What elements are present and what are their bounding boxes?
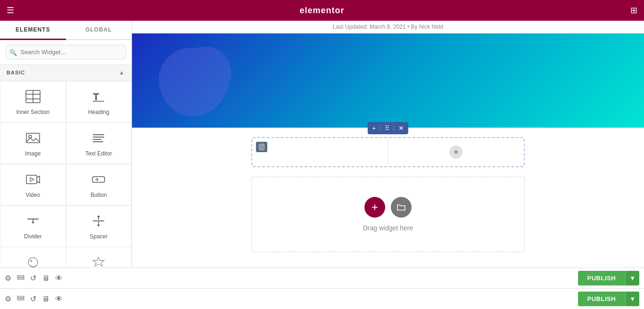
undo-icon-1[interactable]: ↺ — [30, 274, 36, 283]
search-input[interactable] — [6, 45, 126, 59]
drag-add-button[interactable]: + — [364, 197, 385, 218]
widget-video[interactable]: Video — [0, 164, 66, 205]
gear-icon-1[interactable]: ⚙ — [5, 274, 11, 283]
video-icon — [25, 173, 41, 188]
eye-icon-2[interactable]: 👁 — [55, 295, 63, 303]
widget-spacer[interactable]: Spacer — [66, 205, 132, 247]
publish-arrow-2[interactable]: ▼ — [625, 292, 639, 306]
icon1-icon — [25, 256, 41, 268]
desktop-icon-1[interactable]: 🖥 — [42, 274, 50, 283]
tab-elements[interactable]: ELEMENTS — [0, 21, 66, 40]
drag-widget-label: Drag widget here — [363, 224, 413, 232]
sidebar-tabs: ELEMENTS GLOBAL — [0, 21, 132, 40]
content-section: + ⠿ ✕ — [132, 128, 644, 268]
widgets-grid: Inner Section T Heading — [0, 81, 132, 268]
widget-heading-label: Heading — [88, 109, 109, 115]
hero-section — [132, 33, 644, 128]
inner-section-widget: + — [251, 137, 525, 167]
heading-icon: T — [91, 90, 106, 105]
col-add-button[interactable]: + — [449, 146, 462, 159]
inner-section-content: + — [252, 138, 524, 166]
svg-marker-18 — [32, 222, 34, 224]
gear-icon-2[interactable]: ⚙ — [5, 294, 11, 303]
bottom-bar-1: ⚙ ↺ 🖥 👁 PUBLISH ▼ — [0, 268, 644, 288]
svg-rect-31 — [17, 278, 24, 279]
widget-divider-label: Divider — [24, 233, 41, 240]
app-title: elementor — [299, 6, 344, 16]
svg-marker-23 — [97, 225, 100, 227]
inner-section-icon — [25, 90, 41, 105]
publish-wrapper-1: PUBLISH ▼ — [578, 271, 639, 285]
bottom-bar-icons-1: ⚙ ↺ 🖥 👁 — [5, 274, 63, 283]
svg-rect-32 — [17, 296, 24, 298]
toolbar-divider — [380, 125, 380, 131]
tab-global[interactable]: GLOBAL — [66, 21, 132, 39]
divider-icon — [25, 214, 41, 229]
drag-widget-buttons: + — [364, 197, 412, 218]
toolbar-add-btn[interactable]: + — [371, 123, 377, 133]
toolbar-divider2 — [394, 125, 394, 131]
widget-spacer-label: Spacer — [90, 233, 107, 240]
search-wrapper: 🔍 — [0, 40, 132, 65]
widget-text-editor-label: Text Editor — [85, 150, 112, 157]
desktop-icon-2[interactable]: 🖥 — [42, 295, 50, 303]
undo-icon-2[interactable]: ↺ — [30, 294, 36, 303]
drag-widget-area[interactable]: + Drag widget here — [251, 177, 525, 252]
layers-icon-2[interactable] — [17, 294, 25, 304]
publish-wrapper-2: PUBLISH ▼ — [578, 292, 639, 306]
bottom-bar-icons-2: ⚙ ↺ 🖥 👁 — [5, 294, 63, 304]
svg-rect-33 — [17, 299, 24, 300]
widget-divider[interactable]: Divider — [0, 205, 66, 247]
widget-inner-section[interactable]: Inner Section — [0, 81, 66, 122]
toolbar-close-btn[interactable]: ✕ — [397, 123, 405, 133]
widget-button[interactable]: Button — [66, 164, 132, 205]
inner-col-left[interactable] — [252, 138, 388, 166]
layers-icon-1[interactable] — [17, 274, 25, 283]
canvas-status-bar: Last Updated: March 8, 2021 • By Nick Ni… — [132, 21, 644, 33]
icon2-icon — [91, 256, 106, 268]
sidebar: ELEMENTS GLOBAL 🔍 BASIC ▲ — [0, 21, 132, 268]
canvas-scroll[interactable]: + ⠿ ✕ — [132, 33, 644, 268]
drag-folder-button[interactable] — [391, 197, 412, 218]
basic-section-label: BASIC ▲ — [0, 65, 132, 81]
widget-button-label: Button — [91, 192, 107, 198]
top-bar: ☰ elementor ⊞ — [0, 0, 644, 21]
widget-icon1[interactable] — [0, 247, 66, 268]
spacer-icon — [91, 214, 106, 229]
publish-button-2[interactable]: PUBLISH — [578, 292, 626, 306]
widget-toolbar: + ⠿ ✕ — [368, 122, 408, 134]
widget-image-label: Image — [25, 150, 41, 157]
eye-icon-1[interactable]: 👁 — [55, 274, 63, 283]
svg-marker-13 — [30, 178, 34, 181]
svg-point-25 — [30, 260, 32, 262]
svg-rect-6 — [26, 133, 40, 143]
hero-blob — [151, 38, 245, 128]
toolbar-move-btn[interactable]: ⠿ — [383, 123, 391, 133]
publish-arrow-1[interactable]: ▼ — [625, 271, 639, 285]
widget-image[interactable]: Image — [0, 122, 66, 164]
text-editor-icon — [91, 131, 106, 146]
svg-rect-30 — [17, 276, 24, 277]
inner-section-wrapper: + ⠿ ✕ — [251, 137, 525, 167]
section-collapse-icon[interactable]: ▲ — [119, 69, 125, 76]
svg-rect-12 — [26, 175, 37, 184]
image-icon — [25, 131, 41, 146]
widget-heading[interactable]: T Heading — [66, 81, 132, 122]
svg-marker-20 — [97, 215, 100, 217]
search-icon: 🔍 — [9, 49, 17, 56]
hamburger-icon[interactable]: ☰ — [7, 5, 14, 16]
main-layout: ELEMENTS GLOBAL 🔍 BASIC ▲ — [0, 21, 644, 268]
grid-icon[interactable]: ⊞ — [630, 5, 637, 16]
button-icon — [91, 173, 106, 188]
widget-inner-section-label: Inner Section — [16, 109, 50, 115]
col-handle-left[interactable] — [256, 142, 267, 152]
widget-icon2[interactable] — [66, 247, 132, 268]
publish-button-1[interactable]: PUBLISH — [578, 271, 626, 285]
svg-rect-14 — [92, 177, 105, 182]
widget-video-label: Video — [26, 192, 40, 198]
canvas-area: Last Updated: March 8, 2021 • By Nick Ni… — [132, 21, 644, 268]
bottom-bar-2: ⚙ ↺ 🖥 👁 PUBLISH ▼ — [0, 288, 644, 309]
inner-col-right[interactable]: + — [388, 138, 524, 166]
widget-text-editor[interactable]: Text Editor — [66, 122, 132, 164]
